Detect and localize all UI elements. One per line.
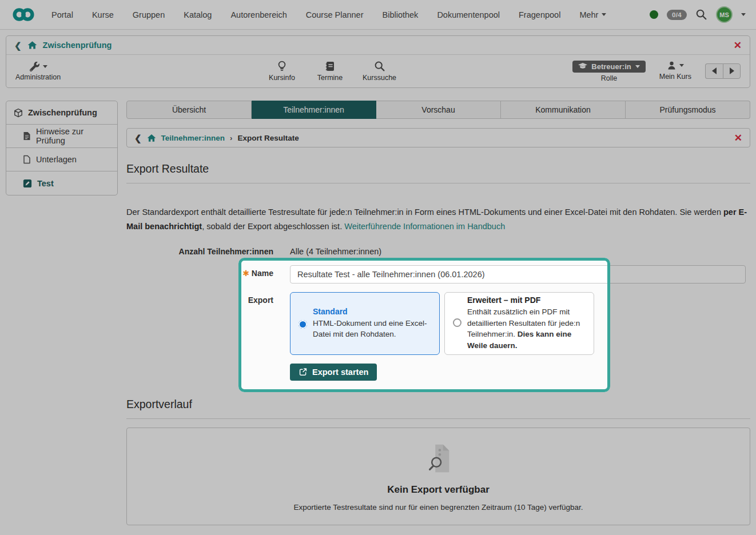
sidebar-item-hinweise[interactable]: Hinweise zur Prüfung — [6, 125, 117, 148]
tab-pruefungsmodus[interactable]: Prüfungsmodus — [626, 101, 750, 119]
document-icon — [23, 155, 31, 164]
kursinfo-tool[interactable]: Kursinfo — [266, 61, 297, 82]
nav-fragenpool[interactable]: Fragenpool — [519, 10, 560, 19]
nav-dokumentenpool[interactable]: Dokumentenpool — [437, 10, 500, 19]
previous-node-button[interactable] — [705, 63, 723, 79]
name-label-text: Name — [252, 269, 273, 278]
export-history-empty-state: Kein Export verfügbar Exportierte Testre… — [126, 428, 750, 525]
export-description: Der Standardexport enthält detaillierte … — [126, 205, 750, 234]
next-node-button[interactable] — [723, 63, 741, 79]
export-name-input[interactable] — [290, 265, 746, 284]
export-option-cards: Standard HTML-Dokument und eine Excel-Da… — [290, 292, 750, 355]
graduation-cap-icon — [578, 63, 587, 70]
back-chevron-icon[interactable]: ❮ — [14, 41, 22, 50]
termine-label: Termine — [317, 74, 343, 82]
role-dropdown-button[interactable]: Betreuer:in — [572, 61, 645, 73]
search-icon[interactable] — [695, 9, 707, 21]
export-icon — [299, 368, 308, 376]
sidebar-item-test[interactable]: Test — [6, 171, 117, 195]
close-panel-icon[interactable]: ✕ — [734, 132, 742, 144]
sidebar-item-label: Hinweise zur Prüfung — [36, 127, 110, 145]
sidebar-item-label: Unterlagen — [36, 155, 77, 164]
sub-breadcrumb-bar: ❮ Teilnehmer:innen › Export Resultate ✕ — [126, 128, 750, 147]
back-chevron-icon[interactable]: ❮ — [134, 134, 142, 142]
toolbar-center-tools: Kursinfo Termine Kurssuche — [266, 61, 396, 82]
nav-gruppen[interactable]: Gruppen — [133, 10, 165, 19]
termine-tool[interactable]: Termine — [315, 61, 345, 82]
required-marker: ✱ — [242, 269, 249, 278]
nav-katalog[interactable]: Katalog — [184, 10, 212, 19]
breadcrumb-separator: › — [230, 134, 232, 142]
nav-kurse[interactable]: Kurse — [92, 10, 114, 19]
user-menu-chevron-icon[interactable] — [741, 13, 746, 16]
name-row: ✱Name — [126, 265, 750, 284]
nav-mehr[interactable]: Mehr — [579, 10, 606, 19]
sidebar-item-zwischenpruefung[interactable]: Zwischenprüfung — [6, 101, 117, 125]
option-title: Standard — [313, 307, 431, 316]
arrow-left-icon — [712, 67, 717, 74]
close-course-icon[interactable]: ✕ — [734, 39, 742, 51]
content-layout: Zwischenprüfung Hinweise zur Prüfung Unt… — [0, 101, 756, 525]
radio-selected-icon[interactable] — [299, 320, 307, 329]
infinity-icon — [10, 7, 37, 22]
empty-state-text: Exportierte Testresultate sind nur für e… — [293, 503, 583, 512]
breadcrumb-current: Export Resultate — [237, 134, 299, 142]
course-breadcrumb-bar: ❮ Zwischenprüfung ✕ — [6, 36, 750, 55]
option-description: HTML-Dokument und eine Excel-Datei mit d… — [313, 318, 431, 340]
administration-label: Administration — [15, 73, 61, 81]
tab-vorschau[interactable]: Vorschau — [376, 101, 501, 119]
main-menu: Portal Kurse Gruppen Katalog Autorenbere… — [51, 10, 606, 19]
nav-bibliothek[interactable]: Bibliothek — [383, 10, 419, 19]
breadcrumb-course-link[interactable]: Zwischenprüfung — [43, 41, 112, 50]
option-card-standard[interactable]: Standard HTML-Dokument und eine Excel-Da… — [290, 292, 440, 355]
no-export-found-icon — [421, 441, 456, 476]
course-nav-arrows — [705, 63, 741, 79]
home-icon[interactable] — [147, 134, 156, 142]
name-label: ✱Name — [126, 265, 273, 278]
nav-course-planner[interactable]: Course Planner — [306, 10, 364, 19]
administration-tool[interactable]: Administration — [15, 62, 61, 81]
mein-kurs-label: Mein Kurs — [659, 73, 691, 81]
nav-mehr-label: Mehr — [579, 10, 598, 19]
role-label: Rolle — [601, 74, 618, 82]
export-starten-button[interactable]: Export starten — [290, 364, 377, 381]
segment-tabs: Übersicht Teilnehmer:innen Vorschau Komm… — [126, 101, 750, 119]
nav-autorenbereich[interactable]: Autorenbereich — [230, 10, 287, 19]
toolbar-right-tools: Betreuer:in Rolle Mein Kurs — [572, 61, 741, 82]
openolat-logo[interactable] — [10, 7, 37, 22]
breadcrumb-teilnehmer-link[interactable]: Teilnehmer:innen — [161, 134, 225, 142]
course-menu: Zwischenprüfung Hinweise zur Prüfung Unt… — [6, 101, 118, 195]
assessment-counter-badge[interactable]: 0/4 — [667, 10, 687, 20]
option-card-erweitert[interactable]: Erweitert – mit PDF Enthält zusätzlich e… — [444, 292, 594, 355]
kurssuche-tool[interactable]: Kurssuche — [363, 61, 396, 82]
empty-state-title: Kein Export verfügbar — [387, 484, 490, 496]
nav-portal[interactable]: Portal — [51, 10, 73, 19]
test-edit-icon — [23, 179, 32, 188]
description-text: , sobald der Export abgeschlossen ist. — [202, 222, 344, 231]
sidebar-item-unterlagen[interactable]: Unterlagen — [6, 148, 117, 171]
home-icon[interactable] — [27, 41, 37, 50]
tab-teilnehmerinnen[interactable]: Teilnehmer:innen — [252, 101, 376, 119]
lightbulb-icon — [277, 61, 287, 72]
chevron-down-icon — [602, 13, 606, 16]
kurssuche-label: Kurssuche — [363, 74, 396, 82]
tab-kommunikation[interactable]: Kommunikation — [501, 101, 626, 119]
tab-uebersicht[interactable]: Übersicht — [126, 101, 252, 119]
wrench-icon — [29, 62, 40, 71]
sidebar-item-label: Zwischenprüfung — [28, 108, 97, 117]
mein-kurs-tool[interactable]: Mein Kurs — [659, 61, 691, 81]
main-content: Übersicht Teilnehmer:innen Vorschau Komm… — [126, 101, 750, 525]
chevron-down-icon — [43, 65, 47, 68]
export-type-row: Export Standard HTML-Dokument und eine E… — [126, 292, 750, 381]
option-description: Enthält zusätzlich ein PDF mit detaillie… — [467, 306, 586, 351]
user-avatar[interactable]: MS — [716, 6, 733, 23]
handbuch-link[interactable]: Weiterführende Informationen im Handbuch — [344, 222, 505, 231]
role-switcher: Betreuer:in Rolle — [572, 61, 645, 82]
export-form: Anzahl Teilnehmer:innen Alle (4 Teilnehm… — [126, 243, 750, 381]
cube-icon — [14, 108, 23, 118]
description-text: Der Standardexport enthält detaillierte … — [126, 207, 723, 217]
topnav-right-cluster: 0/4 MS — [650, 6, 746, 23]
radio-unselected-icon[interactable] — [453, 318, 461, 327]
participants-label: Anzahl Teilnehmer:innen — [126, 243, 273, 256]
chevron-down-icon — [635, 65, 640, 68]
